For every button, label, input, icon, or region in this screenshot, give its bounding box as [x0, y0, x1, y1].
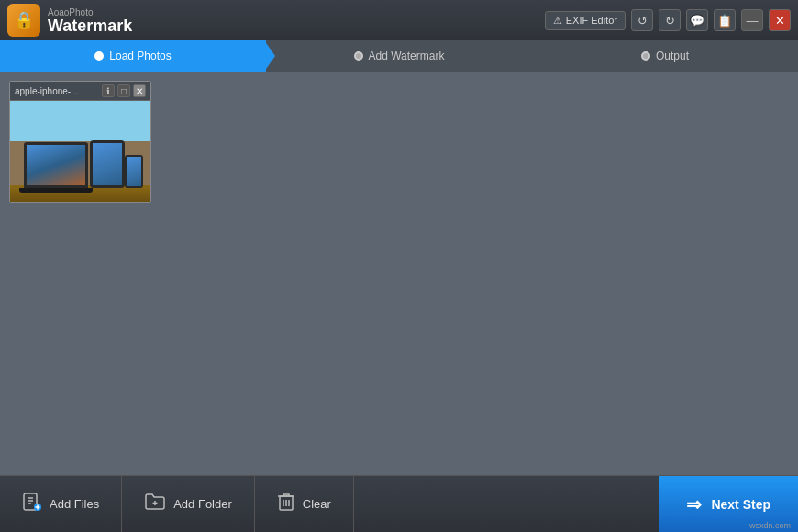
- photo-card: apple-iphone-... ℹ □ ✕: [9, 81, 151, 203]
- title-bar: 🔒 AoaoPhoto Watermark ⚠ EXIF Editor ↺ ↻ …: [0, 0, 798, 40]
- info-icon: ℹ: [106, 86, 110, 96]
- step-label-load: Load Photos: [109, 50, 171, 62]
- step-add-watermark[interactable]: Add Watermark: [266, 40, 532, 72]
- next-step-label: Next Step: [711, 497, 770, 512]
- bottom-bar: Add Files Add Folder Clear ⇒ Next Ste: [0, 475, 798, 532]
- exif-editor-label: EXIF Editor: [566, 15, 617, 26]
- step-output[interactable]: Output: [532, 40, 798, 72]
- steps-bar: Load Photos Add Watermark Output: [0, 40, 798, 72]
- redo-button[interactable]: ↻: [659, 9, 681, 31]
- redo-icon: ↻: [665, 14, 675, 28]
- step-arrowbg-watermark: [532, 40, 545, 72]
- minimize-icon: —: [747, 14, 759, 28]
- clear-label: Clear: [303, 497, 331, 511]
- photo-card-title: apple-iphone-...: [15, 86, 79, 96]
- undo-button[interactable]: ↺: [631, 9, 653, 31]
- clear-button[interactable]: Clear: [255, 476, 354, 532]
- step-load-photos[interactable]: Load Photos: [0, 40, 266, 72]
- exif-editor-button[interactable]: ⚠ EXIF Editor: [545, 11, 626, 30]
- main-area: apple-iphone-... ℹ □ ✕: [0, 72, 798, 475]
- title-text-block: AoaoPhoto Watermark: [48, 7, 132, 34]
- step-arrow-load: [264, 40, 275, 72]
- photo-info-button[interactable]: ℹ: [102, 84, 115, 97]
- add-folder-label: Add Folder: [173, 497, 232, 511]
- device-phone-screen: [127, 157, 141, 186]
- photo-close-icon: ✕: [136, 86, 143, 96]
- device-tablet: [90, 140, 125, 188]
- logo-icon: 🔒: [14, 10, 34, 30]
- app-logo: 🔒: [7, 4, 40, 37]
- device-phone: [125, 155, 143, 188]
- add-files-icon: [22, 492, 42, 516]
- title-left: 🔒 AoaoPhoto Watermark: [7, 4, 132, 37]
- photo-thumbnail: [10, 101, 150, 202]
- step-dot-output: [641, 51, 650, 61]
- close-window-button[interactable]: ✕: [769, 9, 791, 31]
- photo-card-actions: ℹ □ ✕: [102, 84, 146, 97]
- photo-card-header: apple-iphone-... ℹ □ ✕: [10, 82, 150, 101]
- watermark-label: wsxdn.com: [749, 521, 791, 530]
- clear-icon: [277, 492, 295, 516]
- next-step-arrow-icon: ⇒: [686, 493, 702, 515]
- device-laptop-screen: [27, 145, 85, 185]
- add-folder-button[interactable]: Add Folder: [122, 476, 255, 532]
- photo-close-button[interactable]: ✕: [133, 84, 146, 97]
- app-title: Watermark: [48, 17, 132, 34]
- settings-button[interactable]: 📋: [714, 9, 736, 31]
- exif-warning-icon: ⚠: [553, 15, 562, 27]
- photo-expand-button[interactable]: □: [117, 84, 130, 97]
- step-dot-watermark: [354, 51, 363, 61]
- add-folder-icon: [144, 492, 166, 516]
- add-files-button[interactable]: Add Files: [0, 476, 122, 532]
- step-label-watermark: Add Watermark: [369, 50, 445, 62]
- chat-icon: 💬: [690, 14, 704, 28]
- device-laptop: [24, 142, 88, 188]
- settings-icon: 📋: [717, 14, 732, 28]
- app-subtitle: AoaoPhoto: [48, 7, 132, 17]
- chat-button[interactable]: 💬: [686, 9, 708, 31]
- step-dot-load: [94, 51, 104, 61]
- minimize-button[interactable]: —: [741, 9, 763, 31]
- add-files-label: Add Files: [50, 497, 99, 511]
- step-label-output: Output: [656, 50, 689, 62]
- device-tablet-screen: [93, 143, 122, 185]
- expand-icon: □: [121, 86, 127, 96]
- title-controls: ⚠ EXIF Editor ↺ ↻ 💬 📋 — ✕: [545, 9, 791, 31]
- close-window-icon: ✕: [775, 14, 785, 28]
- undo-icon: ↺: [637, 14, 648, 28]
